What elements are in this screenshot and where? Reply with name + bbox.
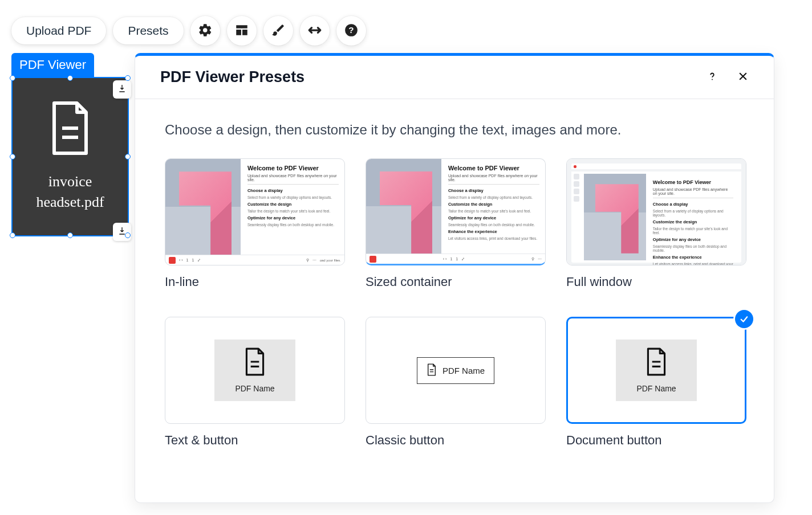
panel-title: PDF Viewer Presets: [160, 68, 304, 86]
widget-filename: invoice headset.pdf: [36, 171, 104, 213]
help-icon: ?: [344, 23, 359, 39]
horizontal-arrows-icon: [307, 23, 322, 39]
gear-icon: [198, 23, 213, 39]
file-icon: [47, 101, 93, 158]
preset-label: Classic button: [366, 433, 546, 448]
preset-document-button[interactable]: PDF Name Document button: [566, 317, 746, 448]
preset-classic-button[interactable]: PDF Name Classic button: [366, 317, 546, 448]
resize-handle[interactable]: [67, 232, 73, 238]
layout-button[interactable]: [227, 16, 257, 46]
resize-handle[interactable]: [67, 75, 73, 81]
panel-header: PDF Viewer Presets: [135, 56, 774, 99]
help-toolbar-button[interactable]: ?: [336, 16, 366, 46]
file-icon: [644, 348, 668, 378]
svg-point-4: [712, 79, 713, 80]
resize-handle[interactable]: [10, 232, 15, 238]
file-icon: [243, 348, 267, 378]
presets-panel: PDF Viewer Presets Choose a design, then…: [135, 53, 774, 503]
layout-icon: [234, 23, 249, 39]
upload-pdf-button[interactable]: Upload PDF: [11, 17, 106, 44]
preset-text-and-button[interactable]: PDF Name Text & button: [165, 317, 345, 448]
stretch-button[interactable]: [300, 16, 330, 46]
file-icon: [427, 363, 437, 378]
panel-subtitle: Choose a design, then customize it by ch…: [165, 122, 744, 138]
presets-grid: Welcome to PDF Viewer Upload and showcas…: [165, 158, 744, 448]
preset-sized-container[interactable]: Welcome to PDF Viewer Upload and showcas…: [366, 158, 546, 289]
settings-button[interactable]: [190, 16, 220, 46]
preset-label: Text & button: [165, 433, 345, 448]
download-badge-bottom[interactable]: [113, 223, 131, 241]
pdf-viewer-widget[interactable]: PDF Viewer invoice headset.pdf: [11, 53, 129, 236]
preset-label: Full window: [566, 275, 746, 289]
top-toolbar: Upload PDF Presets ?: [11, 16, 366, 46]
resize-handle[interactable]: [125, 75, 131, 81]
help-icon: [706, 70, 718, 85]
download-icon: [117, 84, 127, 95]
preset-full-window[interactable]: Welcome to PDF Viewer Upload and showcas…: [566, 158, 746, 289]
widget-tab-label: PDF Viewer: [11, 53, 94, 77]
close-icon: [737, 71, 749, 84]
resize-handle[interactable]: [125, 232, 131, 238]
panel-close-button[interactable]: [735, 70, 751, 85]
preset-label: Sized container: [366, 275, 546, 289]
brush-icon: [271, 23, 286, 39]
resize-handle[interactable]: [10, 75, 15, 81]
widget-body[interactable]: invoice headset.pdf: [11, 77, 129, 236]
preset-in-line[interactable]: Welcome to PDF Viewer Upload and showcas…: [165, 158, 345, 289]
design-button[interactable]: [263, 16, 293, 46]
resize-handle[interactable]: [10, 154, 15, 160]
preset-label: Document button: [566, 433, 746, 448]
panel-help-button[interactable]: [704, 70, 720, 85]
preset-label: In-line: [165, 275, 345, 289]
selected-check-icon: [735, 310, 753, 328]
presets-button[interactable]: Presets: [113, 17, 183, 44]
resize-handle[interactable]: [125, 154, 131, 160]
svg-text:?: ?: [348, 25, 354, 35]
download-badge-top[interactable]: [113, 80, 131, 99]
